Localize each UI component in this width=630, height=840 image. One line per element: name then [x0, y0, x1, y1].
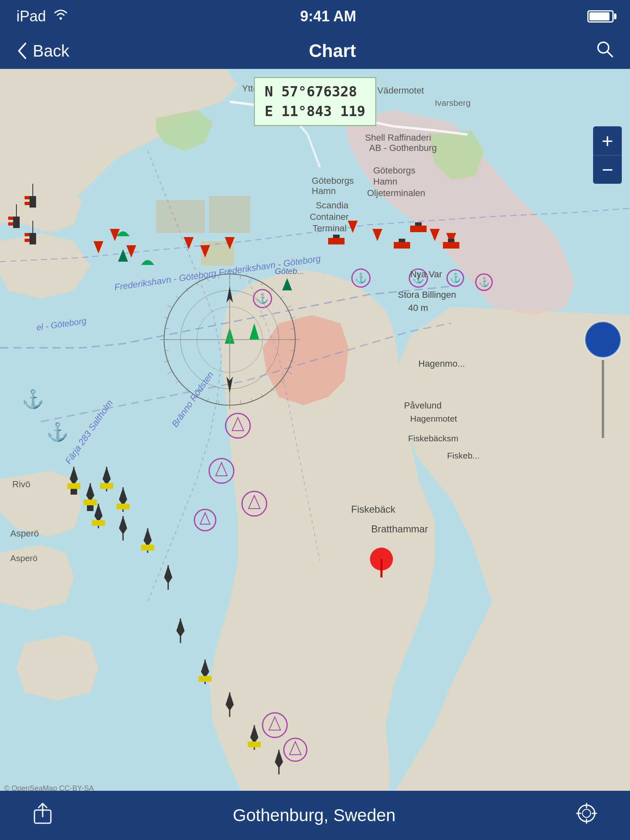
coord-north: N 57°676328 — [265, 82, 365, 102]
share-button[interactable] — [33, 802, 52, 829]
wifi-icon — [52, 9, 69, 24]
svg-rect-74 — [443, 242, 459, 249]
svg-rect-53 — [141, 545, 154, 550]
svg-rect-38 — [84, 500, 97, 505]
coord-east: E 11°843 119 — [265, 102, 365, 121]
svg-rect-34 — [67, 483, 80, 489]
svg-text:Göteborgs: Göteborgs — [373, 165, 415, 176]
svg-text:AB - Gothenburg: AB - Gothenburg — [369, 143, 437, 153]
svg-text:Vädermotet: Vädermotet — [377, 85, 424, 96]
time-display: 9:41 AM — [300, 8, 356, 25]
svg-rect-72 — [410, 226, 427, 232]
svg-text:Göteb...: Göteb... — [275, 267, 304, 276]
battery-icon — [587, 10, 614, 23]
svg-text:Oljeterminalen: Oljeterminalen — [367, 188, 425, 198]
svg-rect-73 — [415, 222, 422, 226]
svg-rect-45 — [116, 504, 130, 509]
back-button[interactable]: Back — [16, 42, 69, 60]
svg-line-2 — [607, 52, 612, 57]
zoom-controls: + − — [593, 126, 622, 184]
status-right — [587, 10, 614, 23]
coordinates-display: N 57°676328 E 11°843 119 — [254, 77, 376, 126]
svg-rect-70 — [328, 238, 345, 244]
svg-rect-75 — [448, 239, 454, 242]
svg-text:⚓: ⚓ — [355, 272, 367, 284]
svg-rect-7 — [30, 196, 36, 208]
zoom-out-button[interactable]: − — [593, 155, 622, 184]
svg-rect-16 — [25, 233, 30, 236]
svg-rect-35 — [71, 489, 77, 495]
svg-text:⚓: ⚓ — [22, 388, 44, 410]
target-button[interactable] — [576, 803, 597, 828]
svg-point-183 — [582, 809, 591, 817]
svg-text:⚓: ⚓ — [450, 272, 461, 283]
page-title: Chart — [309, 41, 356, 61]
svg-text:Fiskebäck: Fiskebäck — [351, 504, 396, 515]
svg-rect-13 — [8, 222, 13, 226]
svg-point-178 — [585, 322, 621, 358]
svg-point-0 — [59, 17, 62, 20]
svg-rect-8 — [25, 196, 30, 199]
svg-rect-39 — [87, 505, 94, 511]
location-label: Gothenburg, Sweden — [52, 806, 576, 825]
svg-text:Rivö: Rivö — [12, 479, 30, 489]
carrier-label: iPad — [16, 8, 46, 25]
svg-text:⚓: ⚓ — [256, 292, 269, 304]
svg-rect-76 — [394, 242, 410, 249]
svg-text:Scandia: Scandia — [316, 200, 349, 210]
svg-text:Ivarsberg: Ivarsberg — [435, 98, 471, 107]
svg-text:Fiskeb...: Fiskeb... — [447, 451, 479, 460]
svg-rect-65 — [248, 742, 261, 747]
svg-rect-4 — [156, 200, 205, 233]
svg-text:40 m: 40 m — [408, 303, 428, 313]
svg-text:Hamn: Hamn — [312, 186, 336, 196]
svg-rect-42 — [100, 483, 113, 489]
svg-text:Terminal: Terminal — [313, 223, 347, 233]
svg-text:Hamn: Hamn — [373, 176, 397, 187]
svg-rect-17 — [25, 239, 30, 242]
svg-text:Bratthammar: Bratthammar — [371, 523, 428, 534]
svg-text:⚓: ⚓ — [46, 421, 69, 443]
svg-text:Stora Billingen: Stora Billingen — [398, 290, 456, 300]
svg-rect-12 — [8, 217, 13, 220]
bottom-toolbar: Gothenburg, Sweden — [0, 791, 630, 840]
svg-rect-77 — [399, 239, 405, 242]
nav-bar: Back Chart — [0, 33, 630, 69]
zoom-in-button[interactable]: + — [593, 126, 622, 155]
search-button[interactable] — [596, 40, 614, 62]
svg-text:Påvelund: Påvelund — [404, 400, 442, 411]
svg-text:Göteborgs: Göteborgs — [312, 176, 354, 186]
svg-rect-48 — [92, 520, 105, 526]
svg-rect-9 — [25, 202, 30, 205]
svg-rect-71 — [333, 235, 340, 238]
svg-text:Asperö: Asperö — [10, 528, 39, 539]
svg-text:Fiskebäcksm: Fiskebäcksm — [408, 434, 459, 443]
svg-text:Hagenmo...: Hagenmo... — [418, 358, 465, 369]
svg-text:Hagenmotet: Hagenmotet — [410, 414, 457, 423]
svg-rect-60 — [199, 676, 212, 682]
svg-rect-15 — [30, 233, 36, 244]
svg-text:⚓: ⚓ — [479, 276, 490, 288]
svg-text:Container: Container — [310, 212, 349, 222]
status-bar: iPad 9:41 AM — [0, 0, 630, 33]
svg-text:Nya Var: Nya Var — [410, 269, 442, 279]
back-label: Back — [33, 42, 69, 60]
map-area[interactable]: ⚓ ⚓ — [0, 69, 630, 801]
svg-text:Asperö: Asperö — [10, 553, 38, 563]
svg-rect-11 — [13, 217, 20, 228]
svg-rect-5 — [209, 196, 250, 233]
status-left: iPad — [16, 8, 69, 25]
svg-text:Shell Raffinaderi: Shell Raffinaderi — [365, 132, 431, 143]
